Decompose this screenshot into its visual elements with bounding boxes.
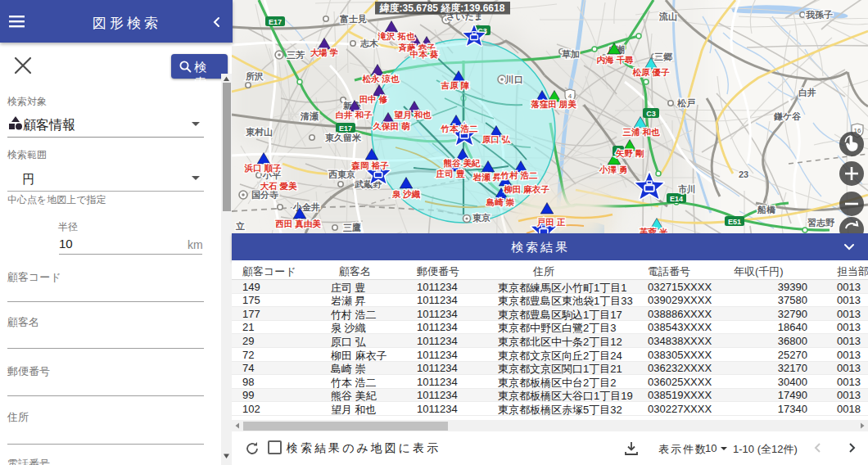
svg-text:三郷: 三郷 xyxy=(654,52,673,62)
svg-text:竹本 浩二: 竹本 浩二 xyxy=(441,124,478,133)
svg-text:富士見: 富士見 xyxy=(340,14,367,24)
svg-text:田中 修: 田中 修 xyxy=(359,94,388,104)
svg-text:矢野 剛: 矢野 剛 xyxy=(615,148,644,158)
svg-text:森岡 裕子: 森岡 裕子 xyxy=(351,160,389,170)
svg-text:原口 弘: 原口 弘 xyxy=(481,134,511,144)
svg-text:浜口 順子: 浜口 順子 xyxy=(244,163,282,174)
svg-text:川口: 川口 xyxy=(504,74,523,84)
svg-text:柳田 麻衣子: 柳田 麻衣子 xyxy=(503,184,549,194)
svg-text:国分寺: 国分寺 xyxy=(251,190,278,200)
svg-text:東久留米: 東久留米 xyxy=(324,133,362,142)
svg-text:大石 愛美: 大石 愛美 xyxy=(260,181,297,191)
svg-text:島崎 崇: 島崎 崇 xyxy=(486,197,515,207)
svg-text:三浦 和也: 三浦 和也 xyxy=(623,127,660,137)
svg-text:三芳: 三芳 xyxy=(287,50,305,60)
svg-text:E17: E17 xyxy=(339,124,352,133)
svg-text:東村山: 東村山 xyxy=(245,127,273,137)
svg-text:内海 千尋: 内海 千尋 xyxy=(597,55,634,65)
svg-text:大場 学: 大場 学 xyxy=(310,47,338,57)
svg-text:武蔵野: 武蔵野 xyxy=(354,179,382,189)
svg-text:鎌ケ谷: 鎌ケ谷 xyxy=(773,111,801,121)
svg-text:滝沢 拓也: 滝沢 拓也 xyxy=(377,31,415,41)
svg-text:落窪田 朋美: 落窪田 朋美 xyxy=(531,99,576,109)
svg-text:清瀬: 清瀬 xyxy=(300,111,319,121)
svg-text:西東京: 西東京 xyxy=(328,169,355,179)
svg-text:23: 23 xyxy=(739,169,748,179)
svg-text:西田 真由美: 西田 真由美 xyxy=(274,219,321,229)
svg-text:中本 葵: 中本 葵 xyxy=(410,49,439,59)
svg-text:小金井: 小金井 xyxy=(292,202,320,212)
svg-text:白井 和子: 白井 和子 xyxy=(336,110,373,120)
svg-text:緯度:35.6785 経度:139.6618: 緯度:35.6785 経度:139.6618 xyxy=(379,2,505,14)
svg-text:市川: 市川 xyxy=(678,184,696,194)
svg-text:竹村 浩二: 竹村 浩二 xyxy=(500,170,538,180)
svg-text:C3: C3 xyxy=(646,110,656,118)
svg-text:志木: 志木 xyxy=(359,38,379,48)
svg-text:習志野: 習志野 xyxy=(807,218,835,228)
svg-text:我孫子: 我孫子 xyxy=(805,10,833,20)
svg-text:E51: E51 xyxy=(728,218,741,226)
svg-text:望月 和也: 望月 和也 xyxy=(394,110,432,120)
svg-text:庄司 豊: 庄司 豊 xyxy=(436,169,465,178)
svg-text:船橋: 船橋 xyxy=(757,205,776,214)
svg-text:E14: E14 xyxy=(670,195,683,203)
svg-text:芙蓉 光: 芙蓉 光 xyxy=(640,227,668,233)
svg-text:松永 涼也: 松永 涼也 xyxy=(362,74,400,84)
svg-text:久保田 萌: 久保田 萌 xyxy=(373,121,410,131)
svg-text:泉 沙織: 泉 沙織 xyxy=(391,189,421,199)
svg-text:白井: 白井 xyxy=(798,88,816,97)
svg-text:所沢: 所沢 xyxy=(245,71,264,81)
svg-text:松原 優子: 松原 優子 xyxy=(632,67,670,77)
svg-text:流山: 流山 xyxy=(658,11,677,21)
svg-text:小澤 勇: 小澤 勇 xyxy=(599,165,627,174)
svg-text:松戸: 松戸 xyxy=(676,98,695,108)
svg-text:立: 立 xyxy=(235,221,245,231)
svg-text:E17: E17 xyxy=(269,18,282,26)
svg-text:草加: 草加 xyxy=(561,49,580,59)
svg-text:東京: 東京 xyxy=(472,213,491,223)
svg-text:熊谷 美紀: 熊谷 美紀 xyxy=(444,158,481,168)
svg-text:三鷹: 三鷹 xyxy=(343,223,361,232)
svg-text:吉原 陣: 吉原 陣 xyxy=(441,80,470,90)
svg-text:岩瀬 昇: 岩瀬 昇 xyxy=(472,172,502,182)
svg-text:戸田 正: 戸田 正 xyxy=(536,217,566,227)
